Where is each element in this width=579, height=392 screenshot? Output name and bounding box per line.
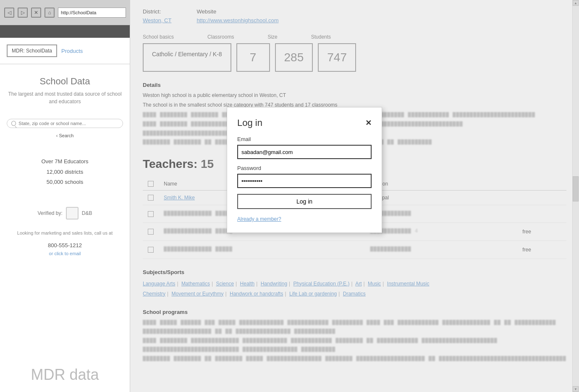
mdr-logo-text: MDR: SchoolData: [12, 48, 52, 54]
mdr-logo-box: MDR: SchoolData: [7, 44, 57, 57]
login-button[interactable]: Log in: [237, 194, 372, 209]
email-link[interactable]: or click to email: [49, 251, 81, 256]
forward-button[interactable]: ▷: [18, 8, 28, 18]
marketing-desc: Looking for marketing and sales lists, c…: [17, 230, 113, 235]
dnb-label: D&B: [82, 210, 92, 216]
sidebar-stats: Over 7M Educators 12,000 districts 50,00…: [0, 144, 130, 200]
phone-number: 800-555-1212: [0, 240, 130, 250]
search-input[interactable]: [18, 121, 118, 126]
search-box: [7, 119, 123, 128]
mdr-footer: MDR data: [0, 366, 130, 384]
sidebar-school-info: School Data The largest and most trusted…: [0, 68, 130, 114]
back-button[interactable]: ◁: [4, 8, 14, 18]
search-button[interactable]: ‹ Search: [56, 131, 74, 140]
already-member-link[interactable]: Already a member?: [237, 216, 281, 222]
marketing-text: Looking for marketing and sales lists, c…: [0, 226, 130, 240]
verified-by-label: Verified by:: [37, 210, 62, 216]
login-modal: Log in ✕ Email Password Log in Already a…: [227, 107, 382, 233]
stat-educators: Over 7M Educators: [7, 157, 123, 167]
email-label: Email: [237, 136, 372, 142]
email-input[interactable]: [237, 145, 372, 159]
verified-section: Verified by: D&B: [0, 200, 130, 226]
school-data-desc: The largest and most trusted data source…: [7, 90, 123, 105]
password-input[interactable]: [237, 174, 372, 188]
browser-chrome: ◁ ▷ ✕ ⌂: [0, 0, 130, 25]
modal-header: Log in ✕: [237, 118, 372, 128]
modal-close-button[interactable]: ✕: [365, 118, 372, 128]
sidebar-top-bar: [0, 25, 130, 38]
sidebar-logo-area: MDR: SchoolData Products: [0, 38, 130, 60]
products-link[interactable]: Products: [61, 48, 83, 54]
search-icon: [11, 121, 16, 126]
school-data-title: School Data: [7, 76, 123, 87]
modal-title: Log in: [237, 118, 262, 128]
url-bar[interactable]: [58, 8, 126, 18]
sidebar-search-area: ‹ Search: [0, 114, 130, 144]
stat-districts: 12,000 districts: [7, 167, 123, 178]
sidebar: MDR: SchoolData Products School Data The…: [0, 25, 130, 392]
sidebar-divider-1: [0, 64, 130, 64]
close-button[interactable]: ✕: [31, 8, 41, 18]
password-label: Password: [237, 165, 372, 171]
stat-schools: 50,000 schools: [7, 177, 123, 188]
home-button[interactable]: ⌂: [45, 8, 55, 18]
verified-badge: [66, 207, 79, 220]
